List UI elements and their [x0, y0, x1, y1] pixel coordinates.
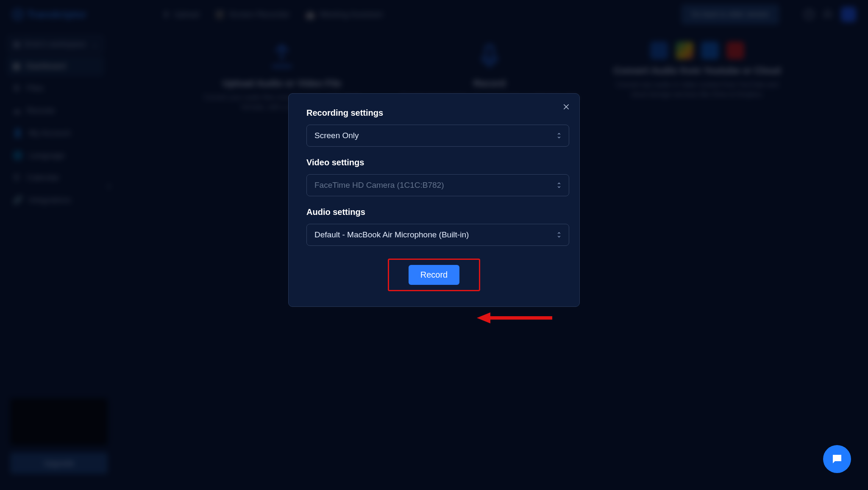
recording-mode-value: Screen Only — [314, 131, 359, 140]
select-chevron-icon — [556, 132, 562, 139]
annotation-highlight-box: Record — [388, 259, 480, 291]
select-chevron-icon — [556, 181, 562, 189]
record-button-label: Record — [420, 270, 448, 279]
audio-device-value: Default - MacBook Air Microphone (Built-… — [314, 230, 469, 239]
modal-overlay: Recording settings Screen Only Video set… — [0, 0, 868, 490]
video-device-value: FaceTime HD Camera (1C1C:B782) — [314, 181, 444, 189]
record-button[interactable]: Record — [409, 265, 459, 285]
chat-fab[interactable] — [823, 445, 851, 473]
svg-marker-5 — [477, 312, 490, 323]
recording-mode-select[interactable]: Screen Only — [306, 125, 569, 147]
video-device-select[interactable]: FaceTime HD Camera (1C1C:B782) — [306, 174, 569, 196]
section-audio-label: Audio settings — [306, 207, 562, 217]
select-chevron-icon — [556, 231, 562, 239]
chat-icon — [831, 453, 843, 465]
section-recording-label: Recording settings — [306, 108, 562, 118]
modal-close-button[interactable] — [561, 101, 572, 112]
close-icon — [562, 103, 570, 111]
annotation-arrow — [477, 312, 553, 324]
audio-device-select[interactable]: Default - MacBook Air Microphone (Built-… — [306, 224, 569, 246]
recording-settings-modal: Recording settings Screen Only Video set… — [288, 93, 580, 307]
section-video-label: Video settings — [306, 158, 562, 167]
